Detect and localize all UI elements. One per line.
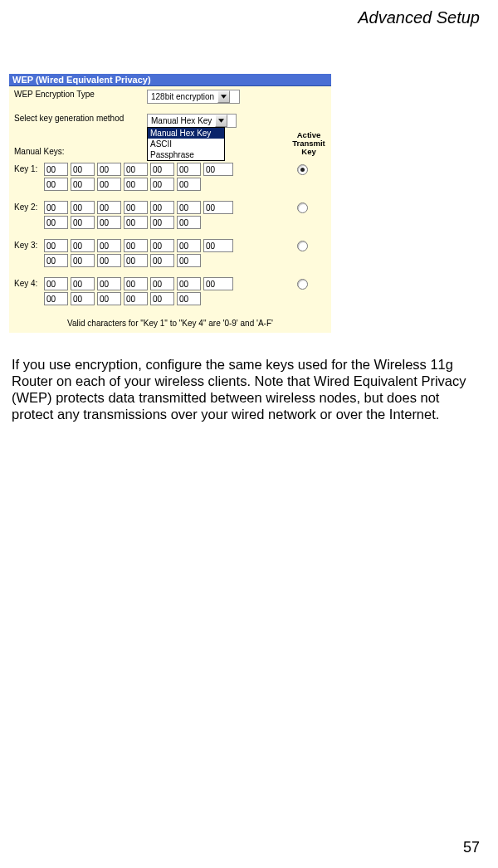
hex-grid	[44, 239, 285, 269]
hex-grid	[44, 277, 285, 307]
keygen-method-label: Select key generation method	[14, 114, 147, 123]
encryption-type-label: WEP Encryption Type	[14, 90, 147, 99]
hex-input[interactable]	[177, 292, 201, 305]
encryption-type-value: 128bit encryption	[148, 92, 217, 101]
keygen-method-dropdown: Manual Hex Key ASCII Passphrase	[147, 127, 225, 161]
keygen-option[interactable]: Passphrase	[148, 149, 224, 160]
hex-input[interactable]	[150, 292, 174, 305]
manual-keys-label: Manual Keys:	[14, 147, 147, 156]
hex-input[interactable]	[44, 254, 68, 267]
hex-input[interactable]	[71, 216, 95, 229]
hex-input[interactable]	[44, 216, 68, 229]
keygen-method-value: Manual Hex Key	[148, 116, 215, 125]
hex-input[interactable]	[71, 239, 95, 252]
hex-input[interactable]	[71, 178, 95, 191]
hex-input[interactable]	[71, 163, 95, 176]
hex-input[interactable]	[150, 178, 174, 191]
hex-input[interactable]	[97, 163, 121, 176]
hex-input[interactable]	[150, 201, 174, 214]
keygen-option[interactable]: Manual Hex Key	[148, 128, 224, 139]
hex-input[interactable]	[177, 216, 201, 229]
hex-input[interactable]	[203, 163, 233, 176]
key-row: Key 4:	[14, 277, 330, 307]
hex-input[interactable]	[177, 277, 201, 290]
hex-input[interactable]	[97, 178, 121, 191]
hex-input[interactable]	[97, 254, 121, 267]
key-label: Key 2:	[14, 201, 44, 212]
hex-input[interactable]	[71, 254, 95, 267]
key-row: Key 3:	[14, 239, 330, 269]
hex-input[interactable]	[203, 201, 233, 214]
active-transmit-key-radio[interactable]	[297, 279, 308, 290]
active-transmit-key-radio[interactable]	[297, 241, 308, 251]
hex-input[interactable]	[124, 277, 148, 290]
hex-input[interactable]	[97, 277, 121, 290]
hex-input[interactable]	[124, 201, 148, 214]
hex-input[interactable]	[124, 254, 148, 267]
hex-input[interactable]	[71, 277, 95, 290]
hex-input[interactable]	[177, 163, 201, 176]
page-number: 57	[463, 839, 480, 856]
hex-input[interactable]	[177, 178, 201, 191]
hex-input[interactable]	[124, 216, 148, 229]
hex-input[interactable]	[203, 277, 233, 290]
hex-input[interactable]	[150, 239, 174, 252]
hex-input[interactable]	[97, 292, 121, 305]
hex-input[interactable]	[124, 239, 148, 252]
hex-input[interactable]	[177, 254, 201, 267]
active-transmit-key-radio[interactable]	[297, 202, 308, 213]
encryption-type-select[interactable]: 128bit encryption	[147, 90, 240, 104]
hex-input[interactable]	[44, 178, 68, 191]
hex-input[interactable]	[44, 239, 68, 252]
hex-input[interactable]	[150, 254, 174, 267]
key-label: Key 1:	[14, 163, 44, 173]
hex-input[interactable]	[203, 239, 233, 252]
hex-input[interactable]	[150, 277, 174, 290]
page-title: Advanced Setup	[0, 0, 498, 27]
hex-input[interactable]	[97, 201, 121, 214]
hex-input[interactable]	[150, 216, 174, 229]
valid-characters-note: Valid characters for "Key 1" to "Key 4" …	[9, 315, 331, 333]
hex-input[interactable]	[44, 292, 68, 305]
active-transmit-key-label: ActiveTransmitKey	[291, 131, 326, 156]
body-paragraph: If you use encryption, configure the sam…	[12, 356, 483, 422]
wep-panel-header: WEP (Wired Equivalent Privacy)	[9, 74, 331, 86]
hex-input[interactable]	[177, 239, 201, 252]
keygen-option[interactable]: ASCII	[148, 139, 224, 149]
hex-input[interactable]	[177, 201, 201, 214]
hex-input[interactable]	[124, 163, 148, 176]
hex-input[interactable]	[71, 292, 95, 305]
hex-input[interactable]	[124, 292, 148, 305]
hex-input[interactable]	[44, 277, 68, 290]
key-label: Key 4:	[14, 277, 44, 288]
hex-input[interactable]	[71, 201, 95, 214]
keygen-method-select[interactable]: Manual Hex Key	[147, 114, 237, 128]
hex-input[interactable]	[150, 163, 174, 176]
key-label: Key 3:	[14, 239, 44, 250]
hex-input[interactable]	[44, 163, 68, 176]
hex-grid	[44, 201, 285, 231]
wep-config-screenshot: WEP (Wired Equivalent Privacy) WEP Encry…	[9, 74, 333, 333]
key-row: Key 2:	[14, 201, 330, 231]
chevron-down-icon[interactable]	[217, 90, 230, 103]
hex-input[interactable]	[124, 178, 148, 191]
active-transmit-key-radio[interactable]	[297, 164, 308, 175]
hex-grid	[44, 163, 285, 193]
hex-input[interactable]	[97, 239, 121, 252]
key-row: Key 1:	[14, 163, 330, 193]
chevron-down-icon[interactable]	[215, 115, 227, 127]
hex-input[interactable]	[44, 201, 68, 214]
hex-input[interactable]	[97, 216, 121, 229]
